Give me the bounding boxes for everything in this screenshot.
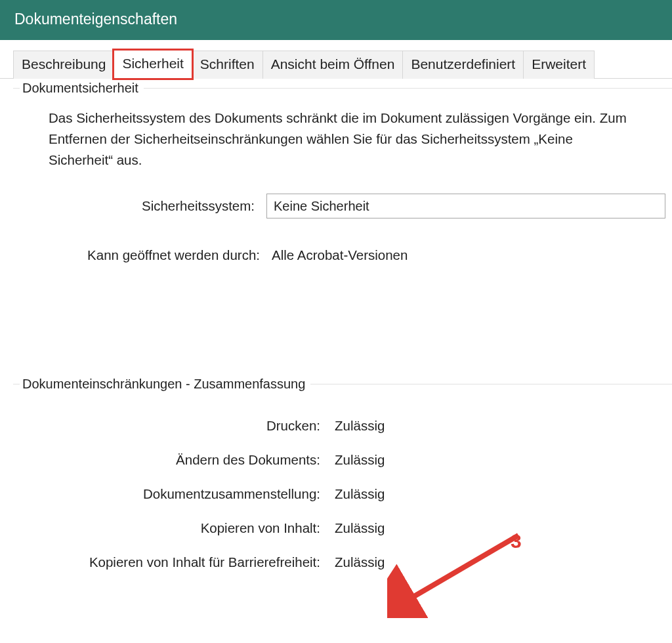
restriction-value-print: Zulässig	[335, 418, 385, 434]
tab-erweitert[interactable]: Erweitert	[523, 51, 595, 79]
restriction-row-copy: Kopieren von Inhalt: Zulässig	[20, 520, 665, 536]
tab-benutzerdefiniert[interactable]: Benutzerdefiniert	[402, 51, 524, 79]
open-by-row: Kann geöffnet werden durch: Alle Acrobat…	[20, 247, 665, 263]
restriction-label-copy: Kopieren von Inhalt:	[20, 520, 335, 536]
restriction-value-accessibility-copy: Zulässig	[335, 554, 385, 570]
security-system-value: Keine Sicherheit	[274, 199, 369, 214]
open-by-label: Kann geöffnet werden durch:	[49, 247, 272, 263]
tab-bar: Beschreibung Sicherheit Schriften Ansich…	[0, 40, 672, 79]
restriction-value-change: Zulässig	[335, 452, 385, 468]
restrictions-legend: Dokumenteinschränkungen - Zusammenfassun…	[20, 377, 310, 392]
restrictions-group: Dokumenteinschränkungen - Zusammenfassun…	[13, 384, 672, 570]
open-by-value: Alle Acrobat-Versionen	[272, 247, 408, 263]
security-description: Das Sicherheitssystem des Dokuments schr…	[20, 104, 650, 170]
restriction-row-assembly: Dokumentzusammenstellung: Zulässig	[20, 486, 665, 502]
window-titlebar: Dokumenteigenschaften	[0, 0, 672, 40]
restriction-value-assembly: Zulässig	[335, 486, 385, 502]
restriction-label-assembly: Dokumentzusammenstellung:	[20, 486, 335, 502]
tab-sicherheit[interactable]: Sicherheit	[114, 50, 192, 79]
restriction-value-copy: Zulässig	[335, 520, 385, 536]
tab-ansicht-beim-oeffnen[interactable]: Ansicht beim Öffnen	[262, 51, 404, 79]
security-system-select[interactable]: Keine Sicherheit	[266, 194, 665, 218]
tab-content: Dokumentsicherheit Das Sicherheitssystem…	[0, 88, 672, 570]
restriction-row-change: Ändern des Dokuments: Zulässig	[20, 452, 665, 468]
window-title: Dokumenteigenschaften	[14, 10, 177, 28]
restriction-label-accessibility-copy: Kopieren von Inhalt für Barrierefreiheit…	[20, 554, 335, 570]
restriction-row-print: Drucken: Zulässig	[20, 418, 665, 434]
restriction-row-accessibility-copy: Kopieren von Inhalt für Barrierefreiheit…	[20, 554, 665, 570]
tab-beschreibung[interactable]: Beschreibung	[13, 51, 114, 79]
security-system-label: Sicherheitssystem:	[49, 198, 266, 214]
document-security-legend: Dokumentsicherheit	[20, 81, 144, 96]
restriction-label-print: Drucken:	[20, 418, 335, 434]
security-system-row: Sicherheitssystem: Keine Sicherheit	[20, 194, 665, 218]
restriction-label-change: Ändern des Dokuments:	[20, 452, 335, 468]
document-security-group: Dokumentsicherheit Das Sicherheitssystem…	[13, 88, 672, 375]
tab-schriften[interactable]: Schriften	[192, 51, 263, 79]
